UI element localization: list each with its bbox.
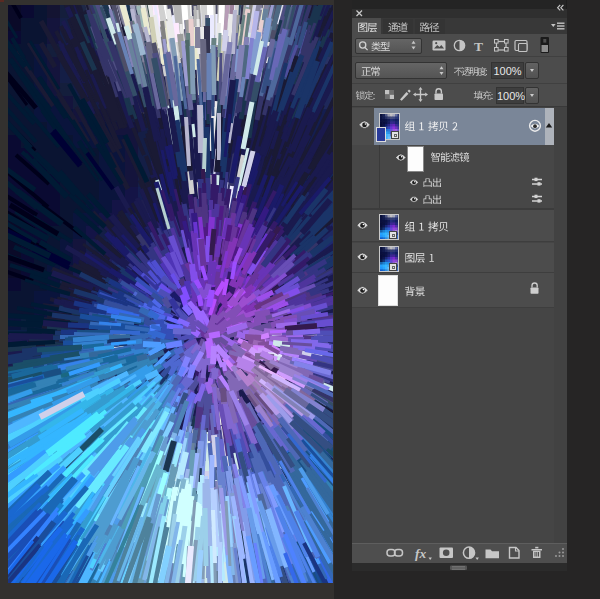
svg-text:fx: fx (415, 546, 426, 561)
svg-text:T: T (474, 39, 483, 54)
